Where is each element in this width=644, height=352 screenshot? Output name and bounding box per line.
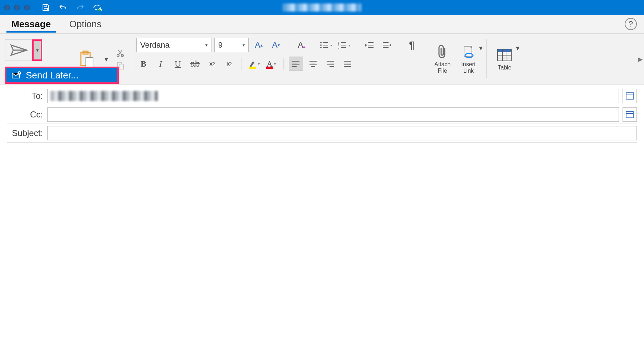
svg-point-12	[320, 47, 322, 48]
tab-message[interactable]: Message	[6, 16, 56, 33]
align-right-button[interactable]	[323, 57, 337, 71]
italic-button[interactable]: I	[153, 57, 168, 71]
font-color-button[interactable]: A▾	[264, 57, 278, 71]
ribbon-tabs: Message Options ?	[0, 15, 644, 34]
font-group: Verdana▾ 9▾ A▴ A▾ A✦ ▾ 123▾ ¶	[131, 36, 424, 82]
superscript-button[interactable]: x2	[222, 57, 236, 71]
insert-link-button[interactable]: ▾ InsertLink	[455, 44, 481, 74]
increase-indent-icon[interactable]	[380, 38, 394, 52]
bold-button[interactable]: B	[136, 57, 151, 71]
highlight-color-button[interactable]: ▾	[247, 57, 261, 71]
ribbon-expand-icon[interactable]: ▶	[638, 56, 643, 62]
svg-rect-19	[498, 49, 511, 52]
to-input[interactable]	[47, 89, 619, 103]
send-later-icon	[11, 71, 21, 79]
strikethrough-button[interactable]: ab	[188, 57, 202, 71]
cut-icon[interactable]	[114, 48, 126, 58]
insert-link-label: InsertLink	[461, 61, 475, 74]
quick-access-toolbar	[41, 3, 102, 13]
subject-label: Subject:	[7, 128, 47, 138]
paragraph-marks-icon[interactable]: ¶	[405, 38, 419, 52]
send-dropdown-arrow[interactable]: ▾	[32, 39, 42, 61]
table-group: ▾ Table	[487, 36, 522, 82]
table-dropdown[interactable]: ▾	[512, 41, 524, 55]
table-icon	[497, 47, 512, 63]
close-window-button[interactable]	[4, 5, 10, 10]
copy-icon[interactable]	[114, 61, 126, 71]
svg-text:3: 3	[338, 46, 340, 49]
paste-dropdown[interactable]: ▾	[100, 52, 112, 66]
tab-options[interactable]: Options	[64, 16, 107, 33]
shrink-font-icon[interactable]: A▾	[269, 38, 283, 52]
underline-button[interactable]: U	[171, 57, 185, 71]
save-icon[interactable]	[41, 3, 51, 13]
to-row: To:	[7, 87, 637, 105]
cc-label: Cc:	[7, 110, 47, 120]
font-size-select[interactable]: 9▾	[214, 38, 249, 52]
paperclip-icon	[435, 44, 450, 60]
message-header-fields: To: Cc: Subject:	[0, 85, 644, 143]
cc-row: Cc:	[7, 105, 637, 124]
font-family-select[interactable]: Verdana▾	[136, 38, 211, 52]
window-controls	[4, 5, 30, 10]
decrease-indent-icon[interactable]	[362, 38, 377, 52]
paste-button[interactable]	[74, 48, 99, 70]
zoom-window-button[interactable]	[24, 5, 30, 10]
numbering-icon[interactable]: 123▾	[336, 38, 352, 52]
svg-point-10	[320, 42, 322, 43]
bullets-icon[interactable]: ▾	[318, 38, 333, 52]
clear-formatting-icon[interactable]: A✦	[293, 38, 308, 52]
svg-rect-20	[626, 93, 633, 99]
undo-icon[interactable]	[58, 3, 68, 13]
insert-group: AttachFile ▾ InsertLink	[424, 36, 486, 82]
subject-row: Subject:	[7, 124, 637, 143]
to-recipient-chip[interactable]	[50, 91, 158, 101]
ribbon: ▾ Send Later... ▾ Verdana▾	[0, 34, 644, 85]
align-center-button[interactable]	[306, 57, 320, 71]
attach-file-label: AttachFile	[434, 61, 450, 74]
to-label: To:	[7, 91, 47, 101]
justify-button[interactable]	[340, 57, 355, 71]
grow-font-icon[interactable]: A▴	[252, 38, 266, 52]
attach-file-button[interactable]: AttachFile	[429, 44, 455, 74]
table-label: Table	[498, 64, 511, 71]
svg-rect-21	[626, 111, 633, 118]
subject-input[interactable]	[47, 126, 637, 140]
cc-input[interactable]	[47, 107, 619, 122]
align-left-button[interactable]	[289, 57, 303, 71]
font-size-value: 9	[218, 40, 223, 50]
message-body[interactable]	[0, 143, 644, 322]
font-family-value: Verdana	[140, 40, 170, 50]
svg-rect-9	[119, 64, 123, 69]
to-address-book-button[interactable]	[623, 89, 637, 103]
sync-icon[interactable]	[92, 3, 102, 13]
link-icon	[460, 44, 476, 60]
window-title	[283, 4, 361, 11]
titlebar	[0, 0, 644, 15]
minimize-window-button[interactable]	[14, 5, 20, 10]
send-button[interactable]	[5, 39, 32, 61]
help-icon[interactable]: ?	[625, 18, 637, 30]
insert-link-dropdown[interactable]: ▾	[475, 41, 487, 55]
redo-icon[interactable]	[75, 3, 85, 13]
svg-point-11	[320, 44, 322, 46]
cc-address-book-button[interactable]	[623, 107, 637, 122]
svg-rect-5	[86, 58, 93, 67]
clipboard-group: ▾	[69, 36, 131, 82]
subscript-button[interactable]: x2	[205, 57, 219, 71]
table-button[interactable]: ▾ Table	[492, 47, 517, 71]
